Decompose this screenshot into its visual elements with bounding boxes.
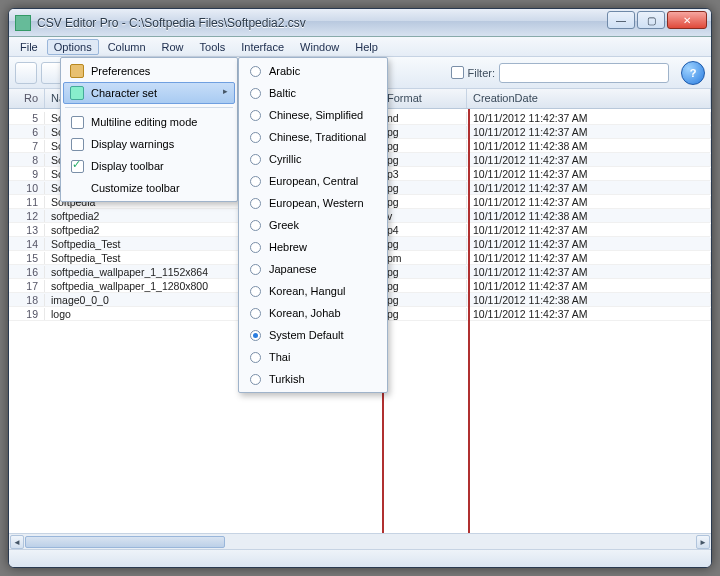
cell-rownum: 17 [9,280,45,292]
col-date[interactable]: CreationDate [467,89,711,108]
charset-european-central[interactable]: European, Central [241,170,385,192]
maximize-button[interactable]: ▢ [637,11,665,29]
menu-tools[interactable]: Tools [193,39,233,55]
cell-format: pg [381,140,467,152]
radio-icon [250,198,261,209]
scroll-thumb[interactable] [25,536,225,548]
cell-rownum: 19 [9,308,45,320]
cell-format: pg [381,266,467,278]
options-dropdown: Preferences Character set Multiline edit… [60,57,238,202]
filter-checkbox[interactable] [451,66,464,79]
minimize-button[interactable]: — [607,11,635,29]
cell-format: nd [381,112,467,124]
charset-chinese-traditional[interactable]: Chinese, Traditional [241,126,385,148]
menu-row[interactable]: Row [155,39,191,55]
checkbox-icon [71,138,84,151]
charset-chinese-simplified[interactable]: Chinese, Simplified [241,104,385,126]
menu-preferences-label: Preferences [91,65,150,77]
menu-preferences[interactable]: Preferences [63,60,235,82]
menu-interface[interactable]: Interface [234,39,291,55]
titlebar[interactable]: CSV Editor Pro - C:\Softpedia Files\Soft… [9,9,711,37]
col-format[interactable]: Format [381,89,467,108]
toolbar-btn-new[interactable] [15,62,37,84]
cell-date: 10/11/2012 11:42:37 AM [467,224,711,236]
charset-system-default[interactable]: System Default [241,324,385,346]
charset-item-label: Thai [269,351,290,363]
charset-european-western[interactable]: European, Western [241,192,385,214]
cell-rownum: 6 [9,126,45,138]
menu-display-toolbar[interactable]: Display toolbar [63,155,235,177]
cell-rownum: 7 [9,140,45,152]
cell-format: p3 [381,168,467,180]
cell-format: pg [381,154,467,166]
cell-date: 10/11/2012 11:42:37 AM [467,308,711,320]
charset-hebrew[interactable]: Hebrew [241,236,385,258]
charset-item-label: Baltic [269,87,296,99]
cell-rownum: 15 [9,252,45,264]
radio-icon [250,132,261,143]
cell-format: pm [381,252,467,264]
charset-arabic[interactable]: Arabic [241,60,385,82]
charset-item-label: Cyrillic [269,153,301,165]
charset-item-label: Korean, Hangul [269,285,345,297]
cell-date: 10/11/2012 11:42:37 AM [467,196,711,208]
charset-thai[interactable]: Thai [241,346,385,368]
menu-display-toolbar-label: Display toolbar [91,160,164,172]
menu-warnings-label: Display warnings [91,138,174,150]
charset-item-label: Hebrew [269,241,307,253]
menu-options[interactable]: Options [47,39,99,55]
charset-japanese[interactable]: Japanese [241,258,385,280]
cell-date: 10/11/2012 11:42:37 AM [467,182,711,194]
charset-item-label: System Default [269,329,344,341]
menu-charset[interactable]: Character set [63,82,235,104]
column-divider[interactable] [468,109,470,533]
charset-item-label: Arabic [269,65,300,77]
cell-rownum: 12 [9,210,45,222]
radio-icon [250,176,261,187]
cell-format: pg [381,126,467,138]
radio-icon [250,154,261,165]
menu-window[interactable]: Window [293,39,346,55]
cell-format: pg [381,182,467,194]
col-row[interactable]: Ro [9,89,45,108]
charset-item-label: Chinese, Simplified [269,109,363,121]
radio-icon [250,374,261,385]
menu-separator [65,107,233,108]
statusbar [9,549,711,567]
charset-item-label: European, Western [269,197,364,209]
menu-charset-label: Character set [91,87,157,99]
menu-help[interactable]: Help [348,39,385,55]
charset-submenu: ArabicBalticChinese, SimplifiedChinese, … [238,57,388,393]
cell-date: 10/11/2012 11:42:38 AM [467,294,711,306]
charset-korean-johab[interactable]: Korean, Johab [241,302,385,324]
menu-customize-label: Customize toolbar [91,182,180,194]
charset-turkish[interactable]: Turkish [241,368,385,390]
charset-greek[interactable]: Greek [241,214,385,236]
cell-rownum: 14 [9,238,45,250]
cell-date: 10/11/2012 11:42:37 AM [467,168,711,180]
cell-date: 10/11/2012 11:42:37 AM [467,154,711,166]
menu-file[interactable]: File [13,39,45,55]
filter-input[interactable] [499,63,669,83]
charset-korean-hangul[interactable]: Korean, Hangul [241,280,385,302]
cell-rownum: 9 [9,168,45,180]
charset-cyrillic[interactable]: Cyrillic [241,148,385,170]
scroll-right-arrow-icon[interactable]: ► [696,535,710,549]
scroll-left-arrow-icon[interactable]: ◄ [10,535,24,549]
close-button[interactable]: ✕ [667,11,707,29]
charset-baltic[interactable]: Baltic [241,82,385,104]
radio-icon [250,220,261,231]
cell-format: pg [381,280,467,292]
menu-customize-toolbar[interactable]: Customize toolbar [63,177,235,199]
menubar: FileOptionsColumnRowToolsInterfaceWindow… [9,37,711,57]
cell-date: 10/11/2012 11:42:37 AM [467,266,711,278]
menu-multiline[interactable]: Multiline editing mode [63,111,235,133]
gear-icon [70,64,84,78]
horizontal-scrollbar[interactable]: ◄ ► [9,533,711,549]
menu-warnings[interactable]: Display warnings [63,133,235,155]
radio-icon [250,286,261,297]
radio-icon [250,66,261,77]
cell-format: p4 [381,224,467,236]
help-button[interactable]: ? [681,61,705,85]
menu-column[interactable]: Column [101,39,153,55]
